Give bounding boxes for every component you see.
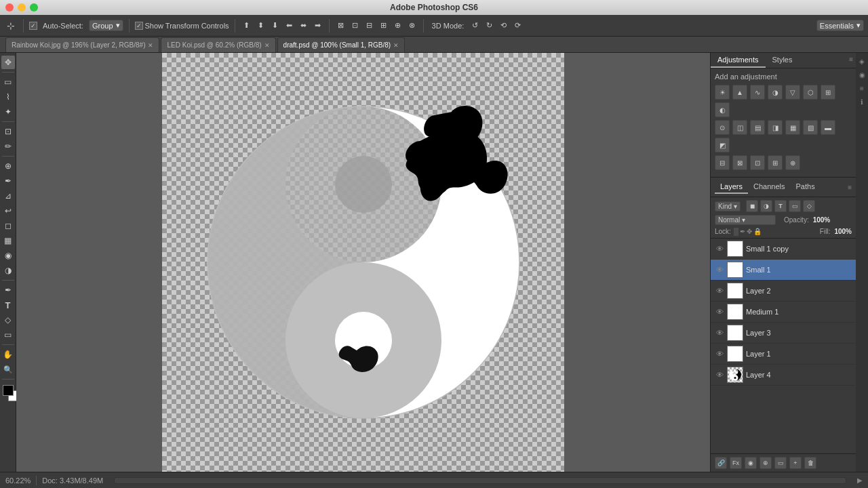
distribute1-icon[interactable]: ⊠ [335,20,347,31]
align-vert-icon[interactable]: ⬍ [255,20,267,31]
misc1-adj-icon[interactable]: ⊟ [715,155,730,170]
workspace-dropdown[interactable]: Essentials [816,20,864,31]
adj-tab-adjustments[interactable]: Adjustments [711,53,766,68]
3d-icon3[interactable]: ⟲ [498,20,509,31]
gradientmap-adj-icon[interactable]: ▬ [821,120,835,135]
align-right-icon[interactable]: ➡ [312,20,323,31]
layer-eye-icon[interactable]: 👁 [715,308,724,316]
layer-item-layer4[interactable]: 👁 Layer 4 [711,365,856,386]
blur-tool[interactable]: ◉ [1,249,15,262]
new-layer-icon[interactable]: + [789,457,802,469]
layer-item-small1[interactable]: 👁 Small 1 [711,260,856,281]
color-boxes[interactable] [3,385,14,396]
move-tool-icon[interactable]: ⊹ [4,19,18,33]
panel-tab-paths[interactable]: Paths [791,180,821,194]
channelmix-adj-icon[interactable]: ◫ [732,120,747,135]
marquee-tool[interactable]: ▭ [1,75,15,89]
playback-icon[interactable]: ▶ [857,476,863,484]
lock-all-icon[interactable]: 🔒 [753,228,762,235]
align-left-icon[interactable]: ⬅ [283,20,295,31]
filter-type-icon[interactable]: T [774,200,787,212]
hsl-adj-icon[interactable]: ⬡ [803,85,818,100]
auto-select-checkbox[interactable]: ✓ [29,22,37,30]
filter-smart-icon[interactable]: ◇ [803,200,815,212]
tab-close-icon[interactable]: ✕ [393,42,399,49]
shape-tool[interactable]: ▭ [1,328,15,342]
info-panel-icon[interactable]: ℹ [856,96,867,107]
clone-tool[interactable]: ⊿ [1,189,15,203]
colorlookup-adj-icon[interactable]: ▤ [750,120,765,135]
misc5-adj-icon[interactable]: ⊕ [785,155,800,170]
distribute2-icon[interactable]: ⊡ [349,20,361,31]
3d-icon2[interactable]: ↻ [484,20,495,31]
minimize-button[interactable] [18,3,26,12]
text-tool[interactable]: T [1,298,15,312]
close-button[interactable] [5,3,14,12]
lock-move-icon[interactable]: ✥ [747,228,752,235]
history-tool[interactable]: ↩ [1,204,15,218]
exposure-adj-icon[interactable]: ◑ [768,85,783,100]
layer-eye-icon[interactable]: 👁 [715,266,724,274]
path-tool[interactable]: ◇ [1,313,15,327]
distribute4-icon[interactable]: ⊞ [378,20,389,31]
delete-layer-icon[interactable]: 🗑 [804,457,816,469]
distribute5-icon[interactable]: ⊕ [392,20,403,31]
layer-item-layer2[interactable]: 👁 Layer 2 [711,281,856,302]
new-fill-adj-icon[interactable]: ⊕ [760,457,772,469]
lasso-tool[interactable]: ⌇ [1,90,15,104]
dodge-tool[interactable]: ◑ [1,264,15,277]
invert-adj-icon[interactable]: ◨ [768,120,783,135]
filter-adjust-icon[interactable]: ◑ [760,200,772,212]
color-panel-icon[interactable]: ◈ [856,56,867,66]
canvas-area[interactable] [16,53,710,472]
vibrance-adj-icon[interactable]: ▽ [785,85,800,100]
magic-wand-tool[interactable]: ✦ [1,105,15,119]
photofilter-adj-icon[interactable]: ⊙ [715,120,730,135]
align-horiz-icon[interactable]: ⬌ [298,20,309,31]
layer-eye-icon[interactable]: 👁 [715,245,724,253]
foreground-color[interactable] [3,385,14,396]
misc4-adj-icon[interactable]: ⊞ [768,155,783,170]
filter-pixel-icon[interactable]: ◼ [746,200,758,212]
tab-led-koi[interactable]: LED Koi.psd @ 60.2% (RGB/8) ✕ [161,37,275,52]
adj-tab-styles[interactable]: Styles [766,53,800,68]
eyedropper-tool[interactable]: ✏ [1,140,15,153]
tab-close-icon[interactable]: ✕ [264,42,270,49]
layer-item-medium1[interactable]: 👁 Medium 1 [711,302,856,323]
auto-select-dropdown[interactable]: Group [89,20,123,31]
posterize-adj-icon[interactable]: ▦ [785,120,800,135]
show-transform-checkbox[interactable]: ✓ Show Transform Controls [135,22,229,30]
layer-style-icon[interactable]: Fx [730,457,742,469]
add-mask-icon[interactable]: ◉ [745,457,757,469]
link-layers-icon[interactable]: 🔗 [715,457,727,469]
levels-adj-icon[interactable]: ▲ [732,85,747,100]
new-group-icon[interactable]: ▭ [774,457,787,469]
layers-panel-icon[interactable]: ≡ [856,83,867,94]
panel-tab-channels[interactable]: Channels [748,180,790,194]
distribute6-icon[interactable]: ⊗ [406,20,418,31]
blend-mode-dropdown[interactable]: Normal [715,215,776,225]
layer-item-small1copy[interactable]: 👁 Small 1 copy [711,239,856,260]
lock-transparent-icon[interactable]: ▒ [734,228,738,235]
horizontal-scrollbar[interactable] [114,477,846,484]
filter-shape-icon[interactable]: ▭ [789,200,801,212]
align-bottom-icon[interactable]: ⬇ [269,20,281,31]
selectivecolor-adj-icon[interactable]: ◩ [715,138,730,152]
distribute3-icon[interactable]: ⊟ [363,20,375,31]
kind-dropdown[interactable]: Kind [715,201,741,211]
brightness-adj-icon[interactable]: ☀ [715,85,730,100]
zoom-tool[interactable]: 🔍 [1,363,15,376]
layer-item-layer1[interactable]: 👁 Layer 1 [711,344,856,365]
move-tool[interactable]: ✥ [1,56,15,69]
curves-adj-icon[interactable]: ∿ [750,85,765,100]
misc3-adj-icon[interactable]: ⊡ [750,155,765,170]
adj-panel-icon[interactable]: ◉ [856,69,867,80]
tab-rainbow-koi[interactable]: Rainbow Koi.jpg @ 196% (Layer 2, RGB/8#)… [5,37,159,52]
threshold-adj-icon[interactable]: ▧ [803,120,818,135]
layer-item-layer3[interactable]: 👁 Layer 3 [711,323,856,344]
3d-icon4[interactable]: ⟳ [512,20,524,31]
layer-eye-icon[interactable]: 👁 [715,287,724,295]
colorbalance-adj-icon[interactable]: ⊞ [821,85,835,100]
heal-tool[interactable]: ⊕ [1,159,15,173]
3d-icon1[interactable]: ↺ [469,20,481,31]
